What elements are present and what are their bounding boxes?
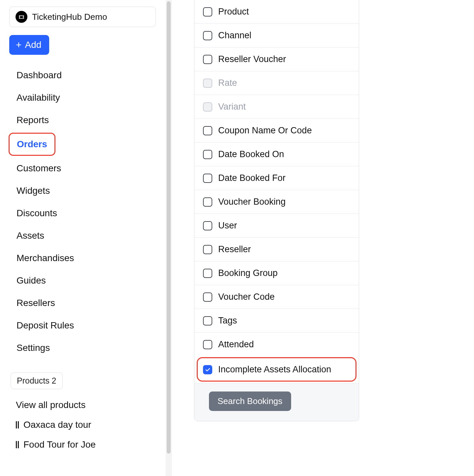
- filter-label: Channel: [218, 30, 252, 41]
- filter-checkbox-incomplete-assets[interactable]: [203, 365, 212, 374]
- filter-checkbox-voucher-code[interactable]: [203, 292, 212, 302]
- filter-label: Incomplete Assets Allocation: [218, 364, 331, 375]
- filter-label: Date Booked For: [218, 173, 286, 183]
- filter-checkbox-coupon[interactable]: [203, 126, 212, 135]
- product-item-label: Oaxaca day tour: [23, 420, 91, 430]
- brand-name: TicketingHub Demo: [32, 12, 107, 22]
- filter-row-product[interactable]: Product: [194, 0, 359, 23]
- nav-item-reports[interactable]: Reports: [9, 109, 156, 131]
- filter-label: Variant: [218, 102, 246, 112]
- filter-label: Date Booked On: [218, 149, 284, 159]
- filter-checkbox-product[interactable]: [203, 7, 212, 17]
- filter-row-tags[interactable]: Tags: [194, 309, 359, 332]
- nav-item-guides[interactable]: Guides: [9, 269, 156, 292]
- filter-row-variant: Variant: [194, 95, 359, 119]
- drag-handle-icon[interactable]: [16, 441, 19, 448]
- nav-item-availability[interactable]: Availability: [9, 86, 156, 109]
- add-button[interactable]: + Add: [9, 35, 49, 55]
- product-item-label: Food Tour for Joe: [23, 439, 96, 450]
- filter-label: Reseller Voucher: [218, 54, 286, 64]
- filter-label: Product: [218, 7, 249, 17]
- add-button-label: Add: [25, 40, 42, 50]
- filter-row-booking-group[interactable]: Booking Group: [194, 261, 359, 285]
- nav-item-widgets[interactable]: Widgets: [9, 180, 156, 202]
- nav-item-orders[interactable]: Orders: [9, 133, 55, 156]
- nav-item-resellers[interactable]: Resellers: [9, 292, 156, 314]
- filter-label: Coupon Name Or Code: [218, 125, 312, 136]
- nav-item-merchandises[interactable]: Merchandises: [9, 247, 156, 269]
- filter-checkbox-date-booked-on[interactable]: [203, 150, 212, 159]
- filter-label: Rate: [218, 78, 237, 88]
- filter-checkbox-user[interactable]: [203, 221, 212, 230]
- nav-item-customers[interactable]: Customers: [9, 157, 156, 180]
- filter-label: Voucher Code: [218, 292, 275, 302]
- nav-item-deposit-rules[interactable]: Deposit Rules: [9, 314, 156, 337]
- filter-row-reseller-voucher[interactable]: Reseller Voucher: [194, 47, 359, 71]
- plus-icon: +: [16, 40, 22, 50]
- filter-checkbox-date-booked-for[interactable]: [203, 174, 212, 183]
- filter-checkbox-attended[interactable]: [203, 340, 212, 349]
- nav-item-dashboard[interactable]: Dashboard: [9, 64, 156, 86]
- filter-row-user[interactable]: User: [194, 214, 359, 237]
- filter-checkbox-reseller-voucher[interactable]: [203, 55, 212, 64]
- filter-checkbox-channel[interactable]: [203, 31, 212, 40]
- filter-row-reseller[interactable]: Reseller: [194, 237, 359, 261]
- filter-row-date-booked-on[interactable]: Date Booked On: [194, 142, 359, 166]
- scrollbar[interactable]: [166, 0, 172, 476]
- filter-row-incomplete-assets[interactable]: Incomplete Assets Allocation: [198, 358, 356, 381]
- filter-checkbox-reseller[interactable]: [203, 245, 212, 254]
- filter-label: Attended: [218, 339, 254, 350]
- filter-checkbox-variant: [203, 102, 212, 112]
- filter-label: User: [218, 221, 237, 231]
- filter-label: Tags: [218, 316, 237, 326]
- filter-row-attended[interactable]: Attended: [194, 332, 359, 356]
- filter-row-date-booked-for[interactable]: Date Booked For: [194, 166, 359, 190]
- product-item[interactable]: Oaxaca day tour: [9, 415, 156, 435]
- search-bookings-button[interactable]: Search Bookings: [209, 391, 291, 411]
- nav-item-discounts[interactable]: Discounts: [9, 202, 156, 224]
- filter-row-voucher-code[interactable]: Voucher Code: [194, 285, 359, 309]
- filters-footer: Search Bookings: [194, 383, 359, 421]
- view-all-products[interactable]: View all products: [9, 395, 156, 415]
- filter-label: Voucher Booking: [218, 197, 286, 207]
- filter-row-coupon[interactable]: Coupon Name Or Code: [194, 119, 359, 142]
- products-pill[interactable]: Products 2: [11, 372, 63, 389]
- filter-row-rate: Rate: [194, 71, 359, 95]
- drag-handle-icon[interactable]: [16, 421, 19, 428]
- filter-label: Reseller: [218, 244, 251, 255]
- nav-item-settings[interactable]: Settings: [9, 337, 156, 359]
- brand-selector[interactable]: TicketingHub Demo: [9, 7, 156, 27]
- brand-logo-icon: [16, 11, 27, 23]
- product-item[interactable]: Food Tour for Joe: [9, 435, 156, 455]
- sidebar: TicketingHub Demo + Add DashboardAvailab…: [0, 0, 165, 476]
- filter-checkbox-tags[interactable]: [203, 316, 212, 325]
- filters-panel: ProductChannelReseller VoucherRateVarian…: [194, 0, 359, 421]
- filter-row-voucher-booking[interactable]: Voucher Booking: [194, 190, 359, 214]
- filter-checkbox-booking-group[interactable]: [203, 269, 212, 278]
- nav-item-assets[interactable]: Assets: [9, 224, 156, 247]
- filter-row-channel[interactable]: Channel: [194, 23, 359, 47]
- nav-list: DashboardAvailabilityReportsOrdersCustom…: [9, 64, 156, 359]
- filter-label: Booking Group: [218, 268, 278, 278]
- filter-checkbox-voucher-booking[interactable]: [203, 197, 212, 207]
- filter-checkbox-rate: [203, 79, 212, 88]
- scrollbar-thumb[interactable]: [167, 1, 171, 454]
